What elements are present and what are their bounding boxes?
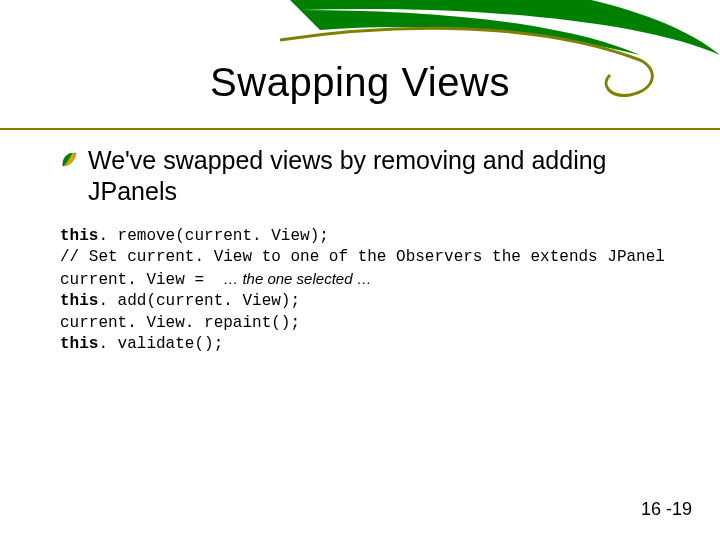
slide: Swapping Views We've swapped views by re… [0, 0, 720, 540]
bullet-text: We've swapped views by removing and addi… [88, 145, 680, 208]
code-l2: // Set current. View to one of the Obser… [60, 248, 665, 266]
code-l3a: current. View = [60, 271, 223, 289]
code-kw-this-2: this [60, 292, 98, 310]
code-block: this. remove(current. View); // Set curr… [60, 226, 680, 357]
code-note: … the one selected … [223, 270, 371, 287]
code-l5: current. View. repaint(); [60, 314, 300, 332]
code-kw-this-3: this [60, 335, 98, 353]
code-kw-this-1: this [60, 227, 98, 245]
code-l1b: . remove(current. View); [98, 227, 328, 245]
title-divider [0, 128, 720, 130]
leaf-bullet-icon [60, 151, 78, 169]
slide-body: We've swapped views by removing and addi… [60, 145, 680, 356]
bullet-item: We've swapped views by removing and addi… [60, 145, 680, 208]
slide-title: Swapping Views [0, 60, 720, 105]
slide-number: 16 -19 [641, 499, 692, 520]
code-l6b: . validate(); [98, 335, 223, 353]
code-l4b: . add(current. View); [98, 292, 300, 310]
